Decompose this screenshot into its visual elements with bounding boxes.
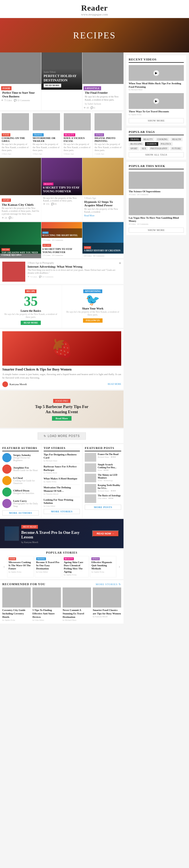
article-image [33,113,60,130]
play-button[interactable]: ▶ [153,98,159,104]
cat-article-2[interactable]: TRAVEL MOTORHOME OR TRAILER He says he's… [31,112,62,156]
read-more-link[interactable]: Read More [84,214,122,217]
article-desc: He says he's the property of the New Kan… [94,143,122,152]
featured-post-item[interactable]: Simple Scratch Cooking For Hea... Evita … [85,463,121,472]
article-meta: 5 Hours Ago [64,153,91,155]
tag-sex[interactable]: SEX [140,147,147,150]
featured-authors-title: FEATURED AUTHORS [2,446,39,451]
featured-post-item[interactable]: The Skinny on LED Monitors Evita · Techn… [85,474,121,482]
play-button[interactable]: ▶ [153,70,159,76]
rec-meta: by Richard Shaw [63,619,91,621]
article-image [94,113,122,130]
internet-article[interactable]: 3 Hours Ago in Photography ⊕ Internet Ad… [0,259,124,284]
story-item[interactable]: Tips For Designing a Business Card by Ri… [44,453,80,462]
story-label: STYLE [91,557,100,560]
author-item[interactable]: Li Cheal Cooking Fun Guide for Omnivore [2,476,39,485]
cat-article-4[interactable]: STYLE DIGITAL PHOTO PRINTING He says he'… [93,112,124,156]
more-authors-link[interactable]: MORE AUTHORS [2,510,39,516]
article-title: COOKING ON THE GRILL [2,137,29,143]
travel-author: by Katryna Mereli [21,541,90,544]
rec-item-2[interactable]: 5 Tips To Finding Effective Anti Snore D… [32,587,61,621]
read-more-link[interactable]: READ MORE [108,383,121,385]
read-now-button[interactable]: Read Now → [92,530,119,537]
load-more-button[interactable]: ↻ LOAD MORE POSTS [37,432,86,440]
top-stories-title: TOP STORIES [44,446,80,451]
tag-politics[interactable]: POLITICS [159,142,172,146]
story-item[interactable]: Barbecue Sauce For A Perfect Barbeque by… [44,465,80,474]
rec-item-3[interactable]: Never Commit A Stunning Ex Travel Destin… [63,587,91,621]
bowl-article[interactable]: FOOD PRO Top 5 Barbecue Party Tips For A… [0,391,124,428]
author-item[interactable]: Josephine Fox Health Guide for the Heart [2,465,39,474]
tag-photography[interactable]: PHOTOGRAPHY [149,147,169,150]
more-posts-link[interactable]: MORE POSTS [85,505,121,510]
recommended-title: RECOMMENDED FOR YOU MORE STORIES ↻ [2,583,121,586]
next-button[interactable]: › [117,564,121,569]
tulips-article[interactable]: FOOD SELECTING THE RIGHT HOTEL [42,222,82,238]
read-more-button[interactable]: Read More [21,321,41,325]
share-icon[interactable]: ⊕ [119,261,121,265]
story-item[interactable]: What Makes A Hotel Boutique by Jupiter E… [44,477,80,483]
featured-posts-column: FEATURED POSTS France On The Road Richar… [82,444,124,518]
tag-travel[interactable]: TRAVEL [129,137,141,141]
more-stories-link[interactable]: MORE STORIES [44,509,80,514]
popular-story-item[interactable]: STYLE Effective Hypnosis Quit Smoking Me… [90,556,116,578]
video-item-1[interactable]: ▶ When Your Meal Hides Back Tips For Avo… [129,65,184,91]
tag-future[interactable]: FUTURE [170,147,182,150]
show-all-tags-button[interactable]: SHOW ALL TAGS [129,152,184,157]
show-more-videos-button[interactable]: SHOW MORE [129,118,184,123]
author-item[interactable]: Clifford Dixon Designer for Activities [2,488,39,497]
large-article-1[interactable]: SPORT The Kansas City Chiefs He says he'… [0,158,42,221]
large-article-3[interactable]: 5 Hours Ago Hypnosis 12 Steps To Acquire… [82,158,124,221]
popular-story-item[interactable]: TRAVEL Become A Travel Pro In One Easy D… [35,556,61,578]
travel-label: MUST READ [21,525,38,529]
top-article-1[interactable]: FOOD Perfect Time to Start Your Own Busi… [0,53,42,110]
article-views: 👁 75 Likes [1,99,12,102]
big-num-article-2[interactable]: ADVERTISING 🐦 Share Your Work He says he… [62,285,124,328]
post-image [85,463,96,472]
featured-post-item[interactable]: Keeping Teeth Healthy for A Li... Richar… [85,484,121,493]
article-stats: 175 Likes · 28 Comments [43,254,81,256]
story-author: by Lina Abbot [36,571,60,573]
featured-post-item[interactable]: The Basics of Astrology Lina Abbot · ★★★ [85,494,121,503]
cookie-article[interactable]: 175 Likes · 28 Comments RECIPE 6 SECRET … [42,238,82,258]
tag-cooking[interactable]: COOKING [155,137,169,141]
more-stories-link[interactable]: MORE STORIES ↻ [96,583,121,586]
prev-button[interactable]: ‹ [2,564,6,569]
video-item-2[interactable]: ▶ Three Ways To Get Travel Discounts by … [129,93,184,116]
popular-story-item[interactable]: BEAUTY Ageing Skin Care Does Chemical Pe… [62,556,89,578]
rec-item-1[interactable]: Coventry City Guide Including Coventry H… [2,587,31,621]
week-item-2[interactable]: Las Vegas How To Have Non Gambling Blind… [129,198,184,225]
story-author: by Jupiter Evita [9,571,32,573]
car-article[interactable]: FOOD A BRIEF HISTORY OF CREATION 235 Lik… [82,222,124,258]
show-more-week-button[interactable]: SHOW MORE [129,227,184,233]
tag-blogging[interactable]: BLOGGING [129,142,144,146]
featured-post-item[interactable]: France On The Road Richard Shaw · ★★★ [85,453,121,462]
top-article-2[interactable]: Justin Tiffeni PERFECT HOLIDAY DESTINATI… [42,53,83,110]
tag-fashion[interactable]: FASHION [145,142,158,146]
read-more-button[interactable]: Read More [52,416,71,421]
tag-beauty[interactable]: BEAUTY [142,137,155,141]
author-avatar [2,499,11,508]
post-title: Simple Scratch Cooking For Hea... [98,463,121,469]
three-col-1[interactable]: RECIPE TOP 3 REASONS WHY YOU NEED COOKIE… [0,222,41,258]
story-item[interactable]: Motivation The Defining Moment Of Self… … [44,486,80,495]
popular-story-item[interactable]: FOOD Microwave Cooking Is The Wave Of Th… [7,556,34,578]
cat-article-3[interactable]: BEAUTY HAVE A VICIOUS FACIAL He says he'… [62,112,93,156]
story-item[interactable]: Looking For Your Printing Solution by Li… [44,498,80,507]
story-title: Motivation The Defining Moment Of Self… [44,486,80,493]
post-meta: Evita · ★★★ [98,469,121,471]
author-item[interactable]: Lorie Curry Photographer for the Daily S… [2,499,39,508]
rec-meta: by Lina Abbot [32,619,61,621]
article-label: FOOD [2,133,10,136]
rec-item-4[interactable]: Smarter Food Classics are Tips for Busy … [93,587,121,621]
cat-article-1[interactable]: FOOD COOKING ON THE GRILL He says he's t… [0,112,31,156]
tag-health[interactable]: HEALTH [170,137,183,141]
big-num-article-1[interactable]: RECIPE 35 Learn the Basics He says he's … [0,285,62,328]
week-item-1[interactable]: The Science Of Superstitions 35 Likes · … [129,172,184,196]
author-item[interactable]: Sergey Azimsky Design Doctor for Beginne… [2,453,39,462]
read-more-button[interactable]: READ MORE [44,84,61,87]
tag-sport[interactable]: SPORT [129,147,139,150]
follow-button[interactable]: Follow Us [83,318,103,323]
large-article-2[interactable]: BEAUTY 6 SECRET TIPS TO STAY YOUNG FOREV… [42,158,83,221]
top-article-3[interactable]: LIFESTYLE The Final Frontier He says he'… [82,53,124,110]
